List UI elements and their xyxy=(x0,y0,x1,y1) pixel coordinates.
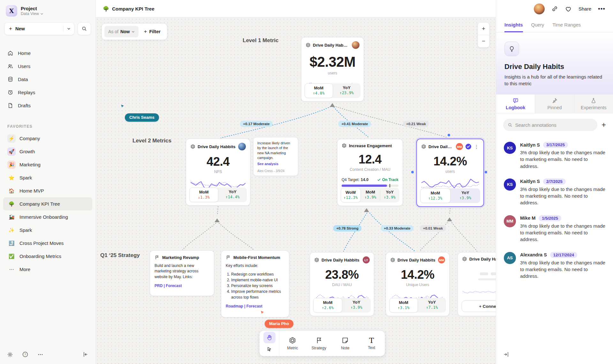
stat-mom[interactable]: MoM↑3.1% xyxy=(389,298,418,313)
favorite-onboarding-metrics[interactable]: ✅Onboarding Metrics xyxy=(3,250,92,263)
metric-card-unconnected[interactable]: Drive Daily Hab + Connect xyxy=(458,252,496,316)
annotation-search-input[interactable] xyxy=(515,122,593,128)
note-tool-button[interactable]: Note xyxy=(332,331,359,356)
stat-yoy[interactable]: YoY↑3.9% xyxy=(450,188,480,203)
metric-card-selected[interactable]: Drive Daily Habb.. MM ⋮ 14.2% users MoM↑… xyxy=(416,139,484,207)
stat-yoy[interactable]: YoY↑3.9% xyxy=(342,298,371,313)
stat-yoy[interactable]: YoY↑14.4% xyxy=(218,187,247,202)
annotation-item[interactable]: MM Mike M 1/5/2025 3% drop likely due to… xyxy=(496,211,613,247)
strategy-links[interactable]: Roadmap | Forecast xyxy=(226,304,284,308)
tool-label: Strategy xyxy=(311,346,326,350)
favorite-company-kpi-tree[interactable]: 🌳Company KPI Tree xyxy=(3,197,92,210)
metric-icon xyxy=(306,42,311,48)
connect-metric-button[interactable]: + Connect xyxy=(462,300,496,312)
stat-mom[interactable]: MoM↑12.3% xyxy=(420,188,450,203)
favorite-spark-2[interactable]: ✨Spark xyxy=(3,224,92,237)
favorite-home-mvp[interactable]: 🏠Home MVP xyxy=(3,184,92,197)
strategy-links[interactable]: PRD | Forecast xyxy=(155,284,209,288)
metric-card-dau-mau[interactable]: Drive Daily Habbits LT 23.8% DAU / MAU M… xyxy=(310,252,374,316)
subtab-experiments[interactable]: Experiments xyxy=(574,95,613,113)
favorite-heart-icon[interactable] xyxy=(565,5,572,12)
add-filter-button[interactable]: + Filter xyxy=(140,26,163,37)
strategy-tool-button[interactable]: Strategy xyxy=(306,331,332,356)
favorite-company[interactable]: ⚡Company xyxy=(3,132,92,145)
avatar: MM xyxy=(504,215,516,227)
sidebar-item-replays[interactable]: Replays xyxy=(4,86,92,99)
edge-correlation-label: +0.01 Weak xyxy=(420,225,446,231)
favorite-label: Growth xyxy=(19,149,35,154)
metric-card-engagement[interactable]: Increase Engagement 12.4 Content Creatio… xyxy=(337,139,403,206)
stat-mom[interactable]: MoM↑2.6% xyxy=(313,298,342,313)
tab-time-ranges[interactable]: Time Ranges xyxy=(552,18,581,32)
strategy-card-marketing-revamp[interactable]: Marketing Revamp Build and launch a new … xyxy=(150,250,214,296)
sidebar-item-drafts[interactable]: Drafts xyxy=(4,99,92,112)
favorite-marketing[interactable]: 🎉Marketing xyxy=(3,158,92,171)
new-dropdown-button[interactable] xyxy=(64,27,74,30)
as-of-dropdown[interactable]: As of Now xyxy=(104,26,139,37)
sidebar-more-button[interactable] xyxy=(37,351,44,358)
favorite-growth[interactable]: 🚀Growth xyxy=(3,145,92,158)
metric-tool-button[interactable]: Metric xyxy=(279,331,306,356)
collapse-panel-button[interactable] xyxy=(503,351,510,358)
annotation-item[interactable]: AS Alexandra S 12/17/2024 3% drop likely… xyxy=(496,247,613,284)
metric-card-nps[interactable]: Drive Daily Habbits 42.4 NPS MoM↓1.3% Yo… xyxy=(186,139,250,206)
sidebar-item-users[interactable]: Users xyxy=(4,60,92,73)
copy-link-icon[interactable] xyxy=(551,5,558,12)
new-button[interactable]: + New xyxy=(4,22,74,35)
zoom-out-button[interactable]: − xyxy=(478,35,489,47)
subtab-logbook[interactable]: Logbook xyxy=(496,95,535,113)
tab-insights[interactable]: Insights xyxy=(504,18,523,32)
metric-unit: DAU / MAU xyxy=(314,283,370,287)
annotation-search-field[interactable] xyxy=(503,119,597,131)
hand-tool-button[interactable] xyxy=(263,332,276,343)
search-button[interactable] xyxy=(78,22,91,35)
share-button[interactable]: Share xyxy=(579,6,591,11)
stat-row: MoM↑2.6% YoY↑3.9% xyxy=(313,298,371,313)
settings-button[interactable] xyxy=(6,351,14,358)
flask-icon xyxy=(590,97,597,104)
chevron-down-icon xyxy=(132,31,135,33)
user-avatar[interactable] xyxy=(534,4,545,14)
stat-wow[interactable]: WoW↑12.3% xyxy=(341,188,361,202)
stat-yoy[interactable]: YoY↑3.9% xyxy=(380,188,399,202)
annotation-item[interactable]: KS Kaitlyn S 2/7/2025 3% drop likely due… xyxy=(496,174,613,211)
add-annotation-button[interactable]: + xyxy=(602,121,606,129)
project-switcher[interactable]: X Project Data View xyxy=(0,0,95,20)
note-icon xyxy=(341,337,349,344)
metric-card-level1[interactable]: Drive Daily Habbits $2.32M users MoM↑4.8… xyxy=(301,37,364,102)
question-icon: ? xyxy=(22,351,28,358)
card-menu-button[interactable]: ⋮ xyxy=(474,144,479,149)
panel-header: Share ••• xyxy=(496,0,613,18)
favorite-spark[interactable]: ⭐Spark xyxy=(3,171,92,184)
sidebar-item-home[interactable]: Home xyxy=(4,47,92,60)
favorite-cross-project-moves[interactable]: ⤴️Cross Project Moves xyxy=(3,237,92,250)
sidebar-item-data[interactable]: Data xyxy=(4,73,92,86)
zoom-in-button[interactable]: + xyxy=(478,23,489,35)
level-3-label: Q1 ‘25 Strategy xyxy=(100,252,140,259)
favorites-more[interactable]: ⋯More xyxy=(3,263,92,276)
collapse-sidebar-button[interactable] xyxy=(81,351,89,358)
workspace-switcher[interactable]: Data View xyxy=(21,11,43,16)
metric-card-unique-users[interactable]: Drive Daily Habbits MM 14.2% Unique User… xyxy=(386,252,450,316)
progress-marker xyxy=(390,184,390,187)
stat-mom[interactable]: MoM↑3.9% xyxy=(361,188,380,202)
annotation-item[interactable]: KS Kaitlyn S 3/17/2025 3% drop likely du… xyxy=(496,137,613,174)
select-tool-button[interactable] xyxy=(263,344,276,355)
stat-yoy[interactable]: YoY↑7.1% xyxy=(418,298,446,313)
text-tool-button[interactable]: T Text xyxy=(359,331,385,356)
more-menu-button[interactable]: ••• xyxy=(598,5,605,12)
subtab-pinned[interactable]: Pinned xyxy=(535,95,574,113)
see-analysis-link[interactable]: See analysis xyxy=(257,162,278,166)
stat-mom[interactable]: MoM↓1.3% xyxy=(189,187,218,202)
strategy-card-mobile-first[interactable]: Mobile-First Momentum Key efforts includ… xyxy=(221,250,289,317)
stat-yoy[interactable]: YoY↑23.9% xyxy=(333,83,361,98)
kpi-tree-canvas[interactable]: Level 1 Metric Level 2 Metrics Q1 ‘25 St… xyxy=(96,18,496,364)
help-button[interactable]: ? xyxy=(21,351,29,358)
document-title: Company KPI Tree xyxy=(112,6,155,11)
stat-mom[interactable]: MoM↑4.8% xyxy=(305,83,333,98)
cursor-icon xyxy=(266,346,272,353)
tab-query[interactable]: Query xyxy=(531,18,544,32)
favorite-immersive-onboarding[interactable]: 🚂Immersive Onboarding xyxy=(3,210,92,224)
note-card[interactable]: Increase likely driven by the launch of … xyxy=(253,137,298,176)
list-item: Redesign core workflows xyxy=(231,271,284,277)
